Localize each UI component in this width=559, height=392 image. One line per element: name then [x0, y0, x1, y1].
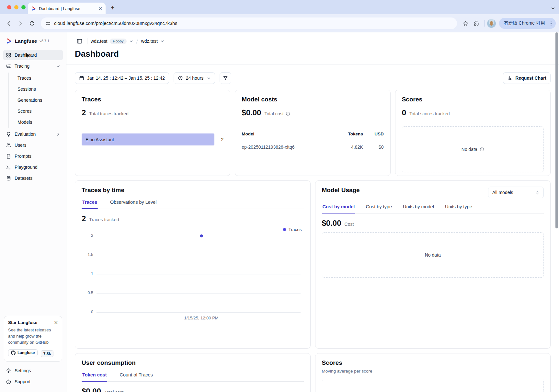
user-consumption-card: User consumption Token cost Count of Tra…: [75, 353, 311, 392]
sidebar-item-label: Sessions: [17, 86, 36, 92]
site-settings-icon[interactable]: [45, 21, 51, 26]
model-costs-card: Model costs $0.00 Total cost: [235, 90, 390, 176]
help-circle-icon: [6, 379, 11, 385]
tab-count-of-traces[interactable]: Count of Traces: [119, 369, 153, 381]
tab-observations-by-level[interactable]: Observations by Level: [109, 196, 157, 209]
sidebar-item-label: Support: [15, 379, 30, 384]
usd-cell: $0: [363, 140, 384, 150]
extensions-puzzle-icon[interactable]: [471, 18, 482, 29]
github-stars-badge[interactable]: 7.8k: [41, 350, 53, 357]
date-range-label: Jan 14, 25 : 12:42 – Jan 15, 25 : 12:42: [87, 75, 165, 81]
promo-body: See the latest releases and help grow th…: [8, 327, 58, 346]
app-version: v3.7.1: [40, 39, 49, 43]
window-minimize-button[interactable]: [14, 5, 18, 9]
back-button[interactable]: [3, 18, 14, 29]
scores-total-value: 0: [402, 108, 406, 117]
model-usage-tabs: Cost by model Cost by type Units by mode…: [322, 201, 544, 213]
chrome-update-chip[interactable]: 有新版 Chrome 可用: [499, 18, 556, 29]
tab-token-cost[interactable]: Token cost: [82, 369, 107, 381]
tab-cost-by-type[interactable]: Cost by type: [365, 201, 393, 213]
sidebar-item-evaluation[interactable]: Evaluation: [3, 129, 63, 139]
bookmark-star-icon[interactable]: [460, 18, 471, 29]
legend-label: Traces: [289, 227, 302, 232]
breadcrumb-slash: [136, 38, 138, 44]
sidebar-item-support[interactable]: Support: [3, 376, 63, 387]
chevron-down-icon: [207, 76, 211, 80]
toolbar-divider: [484, 20, 485, 27]
browser-menu-dots-icon[interactable]: [548, 21, 554, 26]
sidebar-item-tracing[interactable]: Tracing: [3, 61, 63, 71]
sidebar-item-prompts[interactable]: Prompts: [3, 151, 63, 161]
sidebar-item-playground[interactable]: Playground: [3, 162, 63, 172]
tab-units-by-type[interactable]: Units by type: [444, 201, 473, 213]
tab-title: Dashboard | Langfuse: [39, 6, 96, 11]
close-icon[interactable]: ✕: [54, 320, 58, 325]
forward-button[interactable]: [15, 18, 26, 29]
chart-legend: Traces: [82, 227, 304, 232]
sidebar-item-dashboard[interactable]: Dashboard: [3, 50, 63, 60]
tab-units-by-model[interactable]: Units by model: [402, 201, 435, 213]
card-title: Traces by time: [82, 187, 304, 194]
sidebar-item-users[interactable]: Users: [3, 140, 63, 150]
chevron-right-icon: [56, 132, 60, 136]
tab-traces[interactable]: Traces: [82, 196, 98, 209]
all-models-label: All models: [492, 190, 513, 195]
date-range-button[interactable]: Jan 14, 25 : 12:42 – Jan 15, 25 : 12:42: [75, 72, 169, 84]
traces-tracked-value: 2: [82, 214, 86, 223]
card-title: Traces: [82, 96, 223, 103]
sidebar-item-generations[interactable]: Generations: [9, 95, 63, 106]
y-tick: 1.5: [82, 252, 93, 257]
no-data-label: No data: [425, 252, 441, 258]
sidebar-item-settings[interactable]: Settings: [3, 365, 63, 376]
prompts-file-icon: [6, 154, 11, 159]
window-close-button[interactable]: [7, 5, 11, 9]
new-tab-button[interactable]: +: [111, 5, 115, 11]
langfuse-favicon-icon: [31, 6, 36, 11]
sidebar-item-scores[interactable]: Scores: [9, 106, 63, 117]
divider: [87, 38, 87, 44]
project-selector[interactable]: wdz.test: [141, 39, 164, 44]
page-scrollbar[interactable]: [555, 32, 558, 228]
sidebar-item-models[interactable]: Models: [9, 117, 63, 128]
no-data-label: No data: [462, 147, 477, 152]
sidebar-item-sessions[interactable]: Sessions: [9, 84, 63, 95]
gear-icon: [6, 368, 11, 374]
sidebar-item-label: Generations: [17, 98, 42, 103]
reload-button[interactable]: [27, 18, 38, 29]
browser-tabstrip: Dashboard | Langfuse ✕ +: [0, 0, 559, 14]
calendar-icon: [79, 75, 84, 81]
tab-cost-by-model[interactable]: Cost by model: [322, 201, 356, 213]
github-icon: [11, 351, 16, 355]
info-icon: [480, 147, 484, 152]
sidebar-toggle-button[interactable]: [75, 37, 84, 46]
org-selector[interactable]: wdz.test Hobby: [91, 39, 133, 44]
bar-chart-icon: [507, 75, 512, 81]
sidebar-item-datasets[interactable]: Datasets: [3, 173, 63, 183]
trace-name-bar[interactable]: Eino Assistant: [82, 133, 214, 145]
card-title: Model costs: [242, 96, 383, 103]
page-title: Dashboard: [75, 49, 551, 59]
no-data-placeholder: No data: [322, 232, 544, 278]
traces-by-time-card: Traces by time Traces Observations by Le…: [75, 180, 311, 349]
window-zoom-button[interactable]: [21, 5, 26, 9]
panel-left-icon: [76, 38, 83, 44]
column-header-tokens: Tokens: [334, 132, 363, 140]
browser-tab[interactable]: Dashboard | Langfuse ✕: [28, 3, 106, 14]
sidebar-item-traces[interactable]: Traces: [9, 73, 63, 84]
all-models-select[interactable]: All models: [488, 187, 544, 198]
request-chart-button[interactable]: Request Chart: [503, 72, 551, 84]
trace-name-label: Eino Assistant: [86, 137, 114, 142]
card-title: Model Usage: [322, 187, 360, 194]
langfuse-brand[interactable]: Langfuse v3.7.1: [3, 37, 63, 45]
address-bar[interactable]: cloud.langfuse.com/project/cm50idm0208mx…: [41, 17, 457, 29]
breadcrumb: wdz.test Hobby wdz.test: [75, 37, 551, 46]
sidebar-item-label: Evaluation: [15, 132, 36, 137]
time-interval-select[interactable]: 24 hours: [174, 72, 215, 84]
browser-toolbar: cloud.langfuse.com/project/cm50idm0208mx…: [0, 14, 559, 32]
model-usage-card: Model Usage All models Cost by model Cos…: [315, 180, 551, 349]
tab-search-chevron-icon[interactable]: [551, 6, 555, 10]
github-star-button[interactable]: Langfuse: [8, 349, 38, 356]
tab-close-icon[interactable]: ✕: [98, 6, 102, 11]
profile-avatar[interactable]: [487, 19, 496, 28]
filter-button[interactable]: [220, 72, 231, 84]
